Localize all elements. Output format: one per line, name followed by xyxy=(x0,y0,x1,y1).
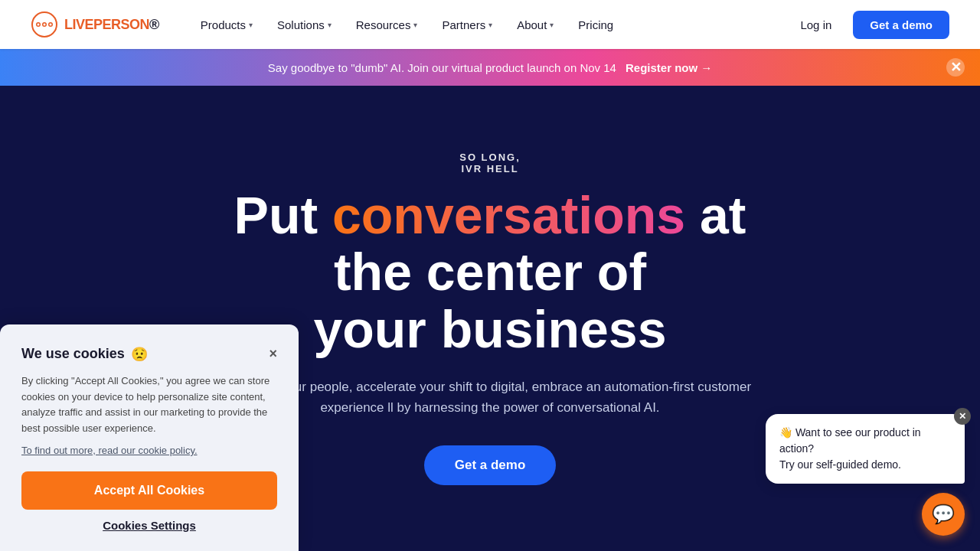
chevron-down-icon: ▾ xyxy=(413,21,417,29)
nav-pricing[interactable]: Pricing xyxy=(567,12,624,37)
cookie-close-button[interactable]: × xyxy=(269,346,277,362)
svg-point-5 xyxy=(44,24,46,26)
cookie-title: We use cookies 😟 xyxy=(21,346,148,363)
svg-point-6 xyxy=(50,24,52,26)
navbar-actions: Log in Get a demo xyxy=(791,11,949,39)
announcement-close-button[interactable]: ✕ xyxy=(946,58,965,77)
svg-point-4 xyxy=(38,24,40,26)
chat-bubble-text: 👋 Want to see our product in action? Try… xyxy=(779,425,951,473)
announcement-text: Say goodbye to "dumb" AI. Join our virtu… xyxy=(268,61,616,74)
hero-cta-button[interactable]: Get a demo xyxy=(424,445,557,485)
nav-solutions[interactable]: Solutions ▾ xyxy=(266,12,342,37)
login-button[interactable]: Log in xyxy=(791,12,841,37)
hero-title-gradient: conversations xyxy=(332,186,685,244)
chat-bubble-close-button[interactable]: ✕ xyxy=(954,408,971,425)
cookie-settings-button[interactable]: Cookies Settings xyxy=(21,519,277,532)
announcement-register-link[interactable]: Register now → xyxy=(626,61,712,74)
accept-cookies-button[interactable]: Accept All Cookies xyxy=(21,471,277,510)
logo-text: LIVEPERSON® xyxy=(64,17,159,33)
hero-title: Put conversations atthe center ofyour bu… xyxy=(234,187,746,358)
chevron-down-icon: ▾ xyxy=(488,21,492,29)
chevron-down-icon: ▾ xyxy=(249,21,253,29)
cookie-policy-link[interactable]: To find out more, read our cookie policy… xyxy=(21,445,277,456)
logo-icon xyxy=(31,11,58,38)
chevron-down-icon: ▾ xyxy=(550,21,554,29)
announcement-banner: Say goodbye to "dumb" AI. Join our virtu… xyxy=(0,49,980,86)
nav-resources[interactable]: Resources ▾ xyxy=(345,12,429,37)
cookie-banner: We use cookies 😟 × By clicking "Accept A… xyxy=(0,324,299,551)
logo[interactable]: LIVEPERSON® xyxy=(31,11,159,38)
get-demo-button[interactable]: Get a demo xyxy=(853,11,949,39)
hero-eyebrow: SO LONG, IVR HELL xyxy=(459,152,521,174)
chevron-down-icon: ▾ xyxy=(328,21,332,29)
chat-bubble: ✕ 👋 Want to see our product in action? T… xyxy=(766,414,965,484)
chat-widget: ✕ 👋 Want to see our product in action? T… xyxy=(766,414,965,536)
cookie-header: We use cookies 😟 × xyxy=(21,346,277,363)
nav-products[interactable]: Products ▾ xyxy=(190,12,263,37)
hero-body: …power your people, accelerate your shif… xyxy=(222,377,758,418)
navbar: LIVEPERSON® Products ▾ Solutions ▾ Resou… xyxy=(0,0,980,49)
navbar-nav: Products ▾ Solutions ▾ Resources ▾ Partn… xyxy=(190,12,792,37)
chat-icon: 💬 xyxy=(932,504,955,525)
hero-title-plain: Put xyxy=(234,186,332,244)
nav-partners[interactable]: Partners ▾ xyxy=(431,12,503,37)
chat-open-button[interactable]: 💬 xyxy=(922,493,965,536)
cookie-body-text: By clicking "Accept All Cookies," you ag… xyxy=(21,373,277,437)
nav-about[interactable]: About ▾ xyxy=(506,12,564,37)
